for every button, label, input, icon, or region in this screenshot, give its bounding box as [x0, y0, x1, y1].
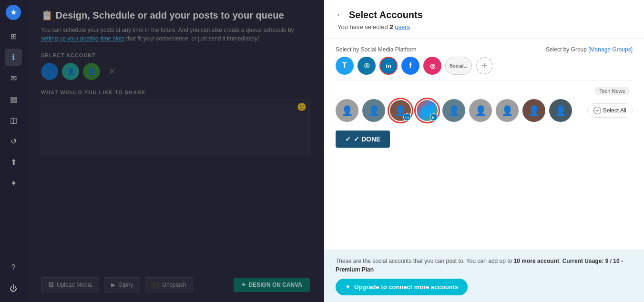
sidebar-item-power[interactable]: ⏻: [5, 280, 22, 297]
title-icon: 📋: [41, 10, 53, 20]
sidebar: ★ ⊞ ℹ ✉ ▤ ◫ ↺ ⬆ ✦ ? ⏻: [0, 0, 27, 302]
select-all-button[interactable]: + Select All: [587, 103, 633, 118]
upload-icon: 🖼: [48, 282, 54, 288]
modal-title-row: ← Select Accounts: [336, 10, 633, 20]
account-avatar-6[interactable]: 👤: [469, 99, 492, 122]
group-section-label: Select by Group [Manage Groups]: [546, 46, 633, 53]
sidebar-item-upload[interactable]: ⬆: [5, 153, 22, 171]
upgrade-icon: ✦: [345, 283, 350, 291]
account-avatar-3[interactable]: 👤 in: [389, 99, 412, 122]
select-account-label: SELECT ACCOUNT: [41, 52, 310, 58]
sidebar-item-calendar[interactable]: ▤: [5, 91, 22, 108]
share-text-box[interactable]: 🙂: [41, 99, 310, 156]
platform-section: Select by Social Media Platform T ⓑ in f…: [336, 46, 493, 75]
footer-info: These are the social accounts that you c…: [336, 257, 633, 274]
account-avatar-2[interactable]: 👤: [62, 63, 79, 80]
what-share-label: WHAT WOULD YOU LIKE TO SHARE: [41, 90, 310, 95]
platform-icons-row: T ⓑ in f ◎ Social... +: [336, 57, 493, 75]
sidebar-item-history[interactable]: ↺: [5, 132, 22, 150]
sidebar-item-info[interactable]: ℹ: [5, 49, 22, 66]
upgrade-button[interactable]: ✦ Upgrade to connect more accounts: [336, 279, 468, 295]
upgrade-label: Upgrade to connect more accounts: [354, 283, 458, 291]
platform-twitter-button[interactable]: T: [336, 57, 354, 75]
giphy-button[interactable]: ▶ Giphy: [104, 277, 140, 292]
account-avatar-4[interactable]: 🌐 in: [416, 99, 439, 122]
unsplash-button[interactable]: ⬛ Unsplash: [145, 277, 193, 292]
manage-groups-link[interactable]: [Manage Groups]: [588, 46, 633, 53]
select-accounts-modal: ← Select Accounts You have selected 2 us…: [324, 0, 644, 302]
sidebar-item-settings[interactable]: ✦: [5, 174, 22, 191]
account-avatar-3[interactable]: 👤: [83, 63, 100, 80]
divider: [336, 81, 633, 81]
sidebar-item-dashboard[interactable]: ⊞: [5, 28, 22, 45]
done-button[interactable]: ✓ ✓ DONE: [336, 131, 390, 148]
platform-linkedin-button[interactable]: in: [379, 57, 398, 75]
account-avatar-5[interactable]: 👤: [442, 99, 465, 122]
account-avatar-8[interactable]: 👤: [522, 99, 545, 122]
tech-news-badge: Tech News: [594, 87, 630, 95]
modal-footer: These are the social accounts that you c…: [324, 250, 644, 302]
upload-media-button[interactable]: 🖼 Upload Media: [41, 277, 99, 292]
bottom-toolbar: 🖼 Upload Media ▶ Giphy ⬛ Unsplash ✦ DESI…: [27, 277, 324, 292]
platform-add-group-button[interactable]: +: [476, 57, 493, 74]
selected-info: You have selected 2 users: [337, 23, 633, 30]
accounts-row: 👤 👤 👤 in 🌐 in 👤: [336, 99, 633, 122]
unsplash-icon: ⬛: [152, 282, 159, 288]
account-avatar-7[interactable]: 👤: [496, 99, 519, 122]
account-icons-row: 👤 👤 👤 ✕: [41, 63, 310, 80]
main-content-background: 📋 Design, Schedule or add your posts to …: [27, 0, 324, 302]
plus-icon: +: [593, 107, 601, 114]
users-link[interactable]: users: [395, 23, 410, 30]
footer-limit: 10 more account: [514, 258, 559, 264]
close-accounts[interactable]: ✕: [109, 66, 116, 77]
platform-social-group-button[interactable]: Social...: [445, 57, 472, 75]
platform-section-label: Select by Social Media Platform: [336, 46, 493, 53]
platform-instagram-button[interactable]: ◎: [423, 57, 441, 75]
main-title: 📋 Design, Schedule or add your posts to …: [41, 10, 310, 21]
filter-row: Select by Social Media Platform T ⓑ in f…: [336, 46, 633, 75]
account-avatar-1[interactable]: 👤: [336, 99, 358, 122]
group-section: Select by Group [Manage Groups]: [546, 46, 633, 57]
footer-usage-label: Current Usage:: [562, 258, 604, 264]
platform-business-button[interactable]: ⓑ: [358, 57, 376, 75]
sidebar-item-compose[interactable]: ✉: [5, 70, 22, 87]
account-avatar-9[interactable]: 👤: [549, 99, 572, 122]
modal-body: Select by Social Media Platform T ⓑ in f…: [324, 39, 644, 250]
modal-header: ← Select Accounts You have selected 2 us…: [324, 0, 644, 39]
canva-icon: ✦: [241, 282, 246, 288]
giphy-icon: ▶: [111, 282, 115, 288]
app-logo: ★: [6, 5, 21, 20]
emoji-icon[interactable]: 🙂: [297, 102, 307, 111]
modal-title: Select Accounts: [349, 10, 423, 20]
checkmark-icon: ✓: [345, 135, 351, 143]
posting-time-link: setting up your posting-time slots: [41, 35, 124, 42]
design-canva-button[interactable]: ✦ DESIGN ON CANVA: [234, 278, 310, 292]
account-avatar-2[interactable]: 👤: [362, 99, 385, 122]
platform-facebook-button[interactable]: f: [401, 57, 419, 75]
back-button[interactable]: ←: [336, 10, 344, 20]
main-subtitle: You can schedule your posts at any time …: [41, 26, 310, 43]
account-avatar-1[interactable]: 👤: [41, 63, 58, 80]
sidebar-item-help[interactable]: ?: [5, 259, 22, 276]
sidebar-item-feed[interactable]: ◫: [5, 111, 22, 129]
